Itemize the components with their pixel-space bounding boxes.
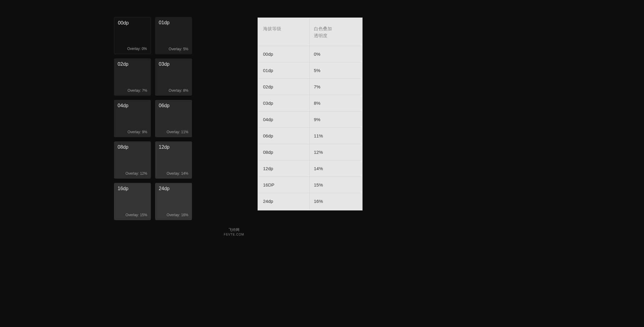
card-title: 08dp — [118, 144, 147, 150]
elevation-card: 01dp Overlay: 5% — [155, 17, 192, 54]
table-row: 12dp 14% — [259, 160, 361, 177]
table-header-opacity: 白色叠加 透明度 — [310, 19, 361, 46]
table-row: 02dp 7% — [259, 78, 361, 95]
table-cell-level: 08dp — [259, 144, 310, 160]
table-header-row: 海拔等级 白色叠加 透明度 — [259, 19, 361, 46]
table-cell-opacity: 8% — [310, 95, 361, 111]
table-header-level: 海拔等级 — [259, 19, 310, 46]
table-cell-opacity: 7% — [310, 79, 361, 95]
card-overlay-label: Overlay: 15% — [118, 213, 147, 217]
table-cell-level: 01dp — [259, 62, 310, 78]
elevation-cards-grid: 00dp Overlay: 0% 01dp Overlay: 5% 02dp O… — [114, 17, 192, 220]
card-overlay-label: Overlay: 8% — [159, 88, 188, 93]
elevation-card: 06dp Overlay: 11% — [155, 100, 192, 137]
card-overlay-label: Overlay: 14% — [159, 171, 188, 176]
table-row: 06dp 11% — [259, 127, 361, 144]
table-cell-opacity: 11% — [310, 128, 361, 144]
elevation-card: 08dp Overlay: 12% — [114, 141, 151, 179]
table-cell-level: 06dp — [259, 128, 310, 144]
elevation-card: 02dp Overlay: 7% — [114, 58, 151, 96]
table-row: 24dp 16% — [259, 193, 361, 209]
table-cell-opacity: 5% — [310, 62, 361, 78]
card-overlay-label: Overlay: 5% — [159, 47, 188, 51]
table-row: 01dp 5% — [259, 62, 361, 78]
card-title: 06dp — [159, 103, 188, 108]
elevation-card: 12dp Overlay: 14% — [155, 141, 192, 179]
elevation-opacity-table: 海拔等级 白色叠加 透明度 00dp 0% 01dp 5% 02dp 7% 03… — [258, 18, 363, 210]
watermark-line2: FEVTE.COM — [0, 233, 468, 236]
card-title: 12dp — [159, 144, 188, 150]
card-title: 16dp — [118, 186, 147, 191]
card-title: 24dp — [159, 186, 188, 191]
card-overlay-label: Overlay: 7% — [118, 88, 147, 93]
table-cell-level: 03dp — [259, 95, 310, 111]
watermark-footer: 飞特网 FEVTE.COM — [0, 228, 468, 236]
table-cell-opacity: 16% — [310, 193, 361, 209]
card-overlay-label: Overlay: 9% — [118, 130, 147, 134]
table-row: 00dp 0% — [259, 46, 361, 62]
elevation-card: 03dp Overlay: 8% — [155, 58, 192, 96]
table-cell-opacity: 15% — [310, 177, 361, 193]
table-cell-level: 00dp — [259, 46, 310, 62]
table-cell-opacity: 12% — [310, 144, 361, 160]
table-row: 04dp 9% — [259, 111, 361, 127]
table-cell-level: 12dp — [259, 160, 310, 177]
card-title: 03dp — [159, 61, 188, 67]
table-cell-level: 24dp — [259, 193, 310, 209]
table-cell-level: 16DP — [259, 177, 310, 193]
elevation-card: 16dp Overlay: 15% — [114, 183, 151, 220]
table-row: 16DP 15% — [259, 177, 361, 193]
card-overlay-label: Overlay: 0% — [118, 47, 147, 51]
card-title: 00dp — [118, 20, 147, 26]
table-cell-opacity: 9% — [310, 111, 361, 127]
card-overlay-label: Overlay: 12% — [118, 171, 147, 176]
table-row: 08dp 12% — [259, 144, 361, 160]
elevation-card: 24dp Overlay: 16% — [155, 183, 192, 220]
table-row: 03dp 8% — [259, 95, 361, 111]
table-cell-level: 04dp — [259, 111, 310, 127]
elevation-card: 04dp Overlay: 9% — [114, 100, 151, 137]
card-overlay-label: Overlay: 16% — [159, 213, 188, 217]
table-cell-level: 02dp — [259, 79, 310, 95]
card-title: 01dp — [159, 20, 188, 25]
card-title: 04dp — [118, 103, 147, 108]
table-cell-opacity: 0% — [310, 46, 361, 62]
card-title: 02dp — [118, 61, 147, 67]
watermark-line1: 飞特网 — [0, 228, 468, 233]
card-overlay-label: Overlay: 11% — [159, 130, 188, 134]
elevation-card: 00dp Overlay: 0% — [114, 17, 151, 54]
table-cell-opacity: 14% — [310, 160, 361, 177]
